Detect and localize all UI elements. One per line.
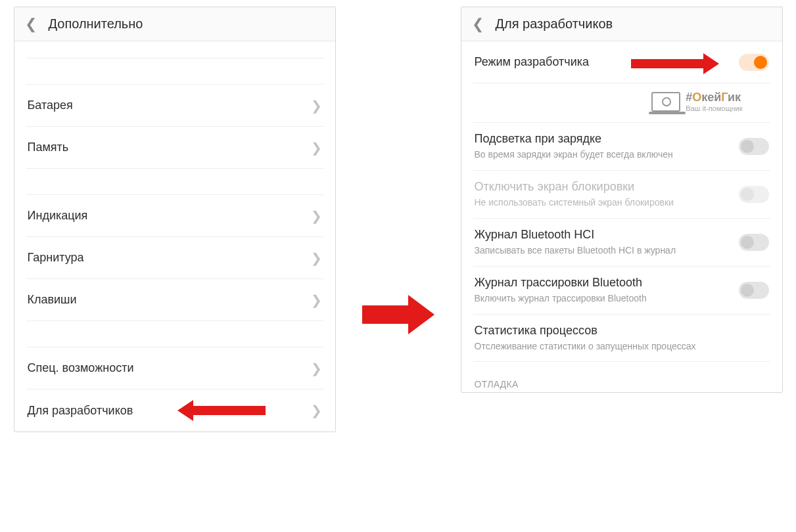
section-gap bbox=[26, 58, 323, 85]
header: ❮ Дополнительно bbox=[14, 7, 335, 41]
row-label: Спец. возможности bbox=[28, 361, 302, 375]
row-bluetooth-trace-log[interactable]: Журнал трассировки Bluetooth Включить жу… bbox=[473, 267, 770, 315]
row-disable-lockscreen: Отключить экран блокировки Не использова… bbox=[473, 171, 770, 219]
row-subtitle: Записывать все пакеты Bluetooth HCI в жу… bbox=[475, 244, 730, 257]
chevron-right-icon: ❯ bbox=[311, 362, 322, 375]
row-label: Батарея bbox=[28, 99, 302, 112]
toggle-switch[interactable] bbox=[739, 282, 769, 299]
row-subtitle: Включить журнал трассировки Bluetooth bbox=[475, 292, 730, 305]
back-icon[interactable]: ❮ bbox=[25, 17, 37, 32]
row-process-stats[interactable]: Статистика процессов Отслеживание статис… bbox=[473, 315, 770, 363]
chevron-right-icon: ❯ bbox=[311, 210, 322, 223]
row-accessibility[interactable]: Спец. возможности ❯ bbox=[26, 347, 323, 389]
section-header-debug: ОТЛАДКА bbox=[473, 362, 770, 392]
annotation-arrow-right-icon bbox=[631, 53, 719, 74]
row-label: Гарнитура bbox=[28, 251, 302, 265]
section-gap bbox=[26, 169, 323, 195]
section-gap bbox=[26, 321, 323, 347]
chevron-right-icon: ❯ bbox=[311, 99, 322, 112]
row-developer-mode[interactable]: Режим разработчика bbox=[473, 41, 770, 83]
row-label: Подсветка при зарядке bbox=[475, 132, 730, 146]
row-memory[interactable]: Память ❯ bbox=[26, 127, 323, 169]
chevron-right-icon: ❯ bbox=[311, 141, 322, 154]
row-subtitle: Во время зарядки экран будет всегда вклю… bbox=[475, 148, 730, 161]
row-label: Статистика процессов bbox=[475, 324, 760, 338]
row-developer-options[interactable]: Для разработчиков ❯ bbox=[26, 389, 323, 432]
list-cutoff bbox=[26, 41, 323, 58]
page-title: Дополнительно bbox=[49, 16, 143, 32]
toggle-switch[interactable] bbox=[739, 54, 769, 71]
header: ❮ Для разработчиков bbox=[461, 7, 782, 41]
annotation-arrow-center-icon bbox=[362, 295, 434, 334]
row-label: Память bbox=[28, 141, 302, 154]
row-indication[interactable]: Индикация ❯ bbox=[26, 195, 323, 237]
row-charging-backlight[interactable]: Подсветка при зарядке Во время зарядки э… bbox=[473, 123, 770, 171]
row-subtitle: Не использовать системный экран блокиров… bbox=[475, 196, 730, 209]
row-bluetooth-hci-log[interactable]: Журнал Bluetooth HCI Записывать все паке… bbox=[473, 219, 770, 267]
row-label: Журнал трассировки Bluetooth bbox=[475, 276, 730, 290]
row-label: Журнал Bluetooth HCI bbox=[475, 228, 730, 242]
annotation-arrow-left-icon bbox=[177, 400, 266, 421]
toggle-switch[interactable] bbox=[739, 234, 769, 251]
row-headset[interactable]: Гарнитура ❯ bbox=[26, 237, 323, 279]
developer-options-screen: ❮ Для разработчиков #ОкейГик Ваш it-помо… bbox=[461, 7, 783, 393]
toggle-switch bbox=[739, 186, 769, 203]
row-keys[interactable]: Клавиши ❯ bbox=[26, 279, 323, 321]
toggle-switch[interactable] bbox=[739, 138, 769, 155]
row-label: Клавиши bbox=[28, 293, 302, 307]
watermark-gap bbox=[473, 83, 770, 123]
row-label: Отключить экран блокировки bbox=[475, 180, 730, 194]
chevron-right-icon: ❯ bbox=[311, 294, 322, 307]
row-label: Индикация bbox=[28, 209, 302, 223]
back-icon[interactable]: ❮ bbox=[472, 17, 484, 32]
row-battery[interactable]: Батарея ❯ bbox=[26, 85, 323, 127]
chevron-right-icon: ❯ bbox=[311, 404, 322, 417]
page-title: Для разработчиков bbox=[496, 16, 613, 32]
row-subtitle: Отслеживание статистики о запущенных про… bbox=[475, 340, 760, 353]
chevron-right-icon: ❯ bbox=[311, 252, 322, 265]
settings-advanced-screen: ❮ Дополнительно Батарея ❯ Память ❯ Индик… bbox=[14, 7, 336, 432]
